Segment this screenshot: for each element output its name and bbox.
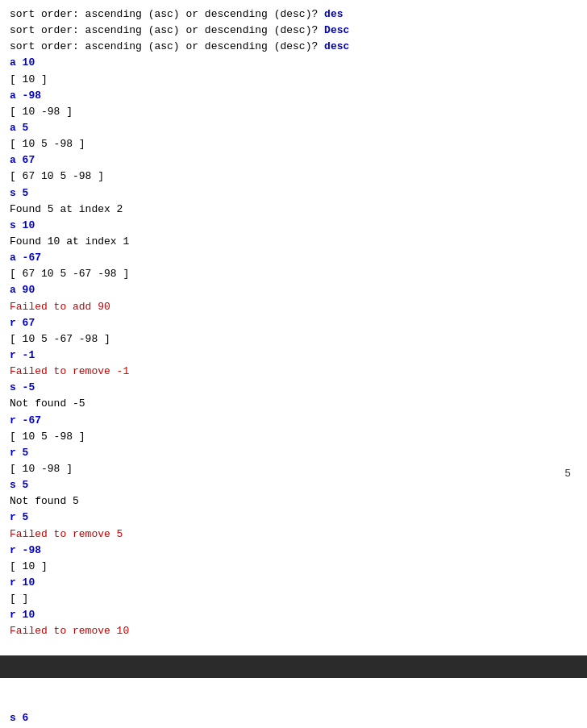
line-found5: Found 5 at index 2	[10, 202, 577, 218]
line-s10: s 10	[10, 218, 577, 234]
bottom-code-block: s 6 Not found 6 a 17 [ 17 ] a 2 [ 17 2 ]…	[10, 710, 577, 728]
line-failed-remove-1: Failed to remove -1	[10, 364, 577, 380]
line-failed-remove10: Failed to remove 10	[10, 623, 577, 639]
line-r10: r 10	[10, 575, 577, 591]
line-notfound5: Not found 5	[10, 493, 577, 510]
line-arr4: [ 67 10 5 -98 ]	[10, 168, 577, 185]
line-s5b: s 5	[10, 477, 577, 493]
line-a-98: a -98	[10, 88, 577, 104]
line-arr1: [ 10 ]	[10, 72, 577, 88]
page-number-top: 5	[564, 468, 571, 480]
line-sort3: sort order: ascending (asc) or descendin…	[10, 39, 577, 55]
line-a90: a 90	[10, 282, 577, 298]
line-arr5: [ 67 10 5 -67 -98 ]	[10, 266, 577, 282]
line-r-98: r -98	[10, 543, 577, 559]
line-arr8: [ 10 -98 ]	[10, 461, 577, 477]
line-failed-add90: Failed to add 90	[10, 299, 577, 315]
line-arr7: [ 10 5 -98 ]	[10, 429, 577, 445]
line-arr9: [ 10 ]	[10, 559, 577, 575]
line-r-67: r -67	[10, 413, 577, 429]
line-a-67: a -67	[10, 250, 577, 266]
line-r67: r 67	[10, 315, 577, 331]
line-found10: Found 10 at index 1	[10, 234, 577, 250]
line-sort2: sort order: ascending (asc) or descendin…	[10, 23, 577, 39]
line-arr2: [ 10 -98 ]	[10, 104, 577, 120]
line-sort1: sort order: ascending (asc) or descendin…	[10, 6, 577, 23]
section-divider	[0, 655, 587, 678]
line-s6: s 6	[10, 710, 577, 726]
top-code-block: sort order: ascending (asc) or descendin…	[10, 6, 577, 639]
page-container: sort order: ascending (asc) or descendin…	[0, 0, 587, 728]
line-a10: a 10	[10, 55, 577, 71]
line-s-5: s -5	[10, 380, 577, 396]
bottom-section: s 6 Not found 6 a 17 [ 17 ] a 2 [ 17 2 ]…	[0, 678, 587, 728]
top-section: sort order: ascending (asc) or descendin…	[0, 0, 587, 655]
line-r-1: r -1	[10, 347, 577, 364]
line-r5b: r 5	[10, 510, 577, 526]
line-notfound-5: Not found -5	[10, 396, 577, 412]
line-a5: a 5	[10, 120, 577, 136]
line-a67: a 67	[10, 152, 577, 168]
line-arr3: [ 10 5 -98 ]	[10, 136, 577, 152]
line-r5: r 5	[10, 445, 577, 461]
line-arr10: [ ]	[10, 591, 577, 607]
line-failed-remove5: Failed to remove 5	[10, 526, 577, 543]
line-arr6: [ 10 5 -67 -98 ]	[10, 331, 577, 347]
line-s5: s 5	[10, 185, 577, 202]
line-r10b: r 10	[10, 607, 577, 623]
